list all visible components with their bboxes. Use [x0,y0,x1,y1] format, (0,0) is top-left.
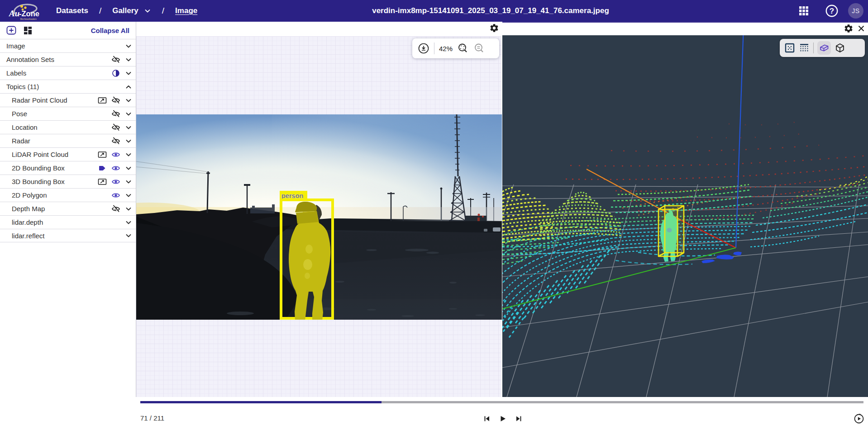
svg-text:Au: Au [9,9,19,18]
svg-text:-Zone: -Zone [19,9,39,18]
svg-text:person: person [281,192,303,199]
svg-text:?: ? [830,7,834,15]
svg-text:Technologies: Technologies [20,17,37,20]
